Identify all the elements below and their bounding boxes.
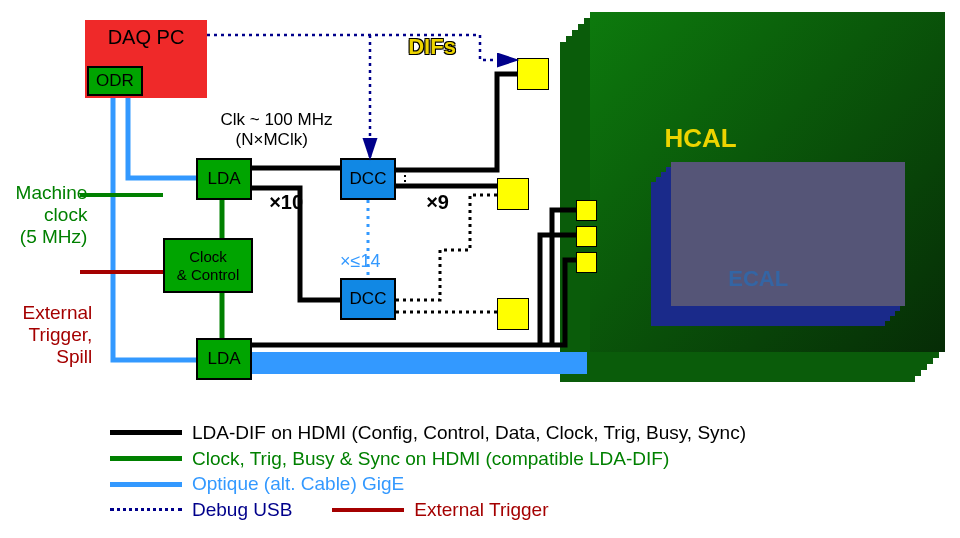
- clock-control-block: Clock & Control: [163, 238, 253, 293]
- dif-ecal-1: [576, 200, 597, 221]
- machine-clock-label: Machine clock (5 MHz): [5, 160, 87, 247]
- xle14-label: ×≤14: [330, 230, 380, 272]
- gige-bar: [252, 352, 587, 374]
- dcc-block-1: DCC: [340, 158, 396, 200]
- legend: LDA-DIF on HDMI (Config, Control, Data, …: [110, 420, 746, 523]
- dif-hcal-3: [497, 298, 529, 330]
- dcc1-label: DCC: [350, 169, 387, 189]
- clock-control-label: Clock & Control: [177, 248, 240, 283]
- dif-hcal-2: [497, 178, 529, 210]
- odr-block: ODR: [87, 66, 143, 96]
- dif-ecal-3: [576, 252, 597, 273]
- x10-label: ×10: [258, 168, 303, 214]
- legend-ext-trigger: External Trigger: [414, 497, 548, 523]
- hcal-stack: [550, 12, 945, 387]
- clk-rate-label: Clk ~ 100 MHz (N×MClk): [211, 90, 332, 150]
- odr-label: ODR: [96, 71, 134, 91]
- dif-ecal-2: [576, 226, 597, 247]
- ext-trigger-spill-label: External Trigger, Spill: [12, 280, 92, 367]
- legend-clock-hdmi: Clock, Trig, Busy & Sync on HDMI (compat…: [192, 446, 669, 472]
- dcc2-label: DCC: [350, 289, 387, 309]
- lda-block-2: LDA: [196, 338, 252, 380]
- dcc-block-2: DCC: [340, 278, 396, 320]
- daq-pc-label: DAQ PC: [108, 26, 185, 49]
- hcal-label: HCAL: [650, 92, 737, 154]
- x9-label: ×9: [415, 168, 449, 214]
- legend-debug-usb: Debug USB: [192, 497, 292, 523]
- lda-block-1: LDA: [196, 158, 252, 200]
- lda2-label: LDA: [207, 349, 240, 369]
- difs-label: DIFs: [396, 8, 456, 60]
- legend-lda-dif: LDA-DIF on HDMI (Config, Control, Data, …: [192, 420, 746, 446]
- legend-gige: Optique (alt. Cable) GigE: [192, 471, 404, 497]
- ecal-label: ECAL: [716, 240, 788, 292]
- dif-hcal-1: [517, 58, 549, 90]
- lda1-label: LDA: [207, 169, 240, 189]
